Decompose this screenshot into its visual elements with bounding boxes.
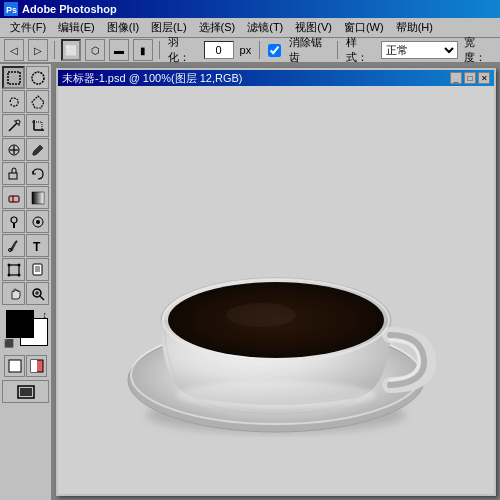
rect-marquee-tool[interactable]: [2, 66, 25, 89]
notes-tool[interactable]: [26, 258, 49, 281]
feather-label: 羽化：: [166, 35, 200, 65]
menu-edit[interactable]: 编辑(E): [52, 18, 101, 37]
tool-row-7: [2, 210, 49, 233]
menu-filter[interactable]: 滤镜(T): [241, 18, 289, 37]
doc-maximize-btn[interactable]: □: [464, 72, 476, 84]
default-colors-icon[interactable]: ⬛: [4, 339, 14, 348]
clone-stamp-tool[interactable]: [2, 162, 25, 185]
title-bar: Ps Adobe Photoshop: [0, 0, 500, 18]
antialias-checkbox[interactable]: [268, 44, 281, 57]
menu-file[interactable]: 文件(F): [4, 18, 52, 37]
svg-point-28: [17, 263, 20, 266]
document-canvas: [58, 86, 494, 494]
menu-image[interactable]: 图像(I): [101, 18, 145, 37]
magic-wand-tool[interactable]: [2, 114, 25, 137]
lasso-tool[interactable]: [2, 90, 25, 113]
svg-rect-31: [33, 264, 42, 275]
edit-standard-mode[interactable]: [4, 355, 25, 377]
svg-point-52: [176, 381, 376, 409]
sep1: [54, 41, 55, 59]
feather-input[interactable]: [204, 41, 234, 59]
menu-help[interactable]: 帮助(H): [390, 18, 439, 37]
tool-row-1: [2, 66, 49, 89]
horiz-select-opt[interactable]: ▬: [109, 39, 129, 61]
svg-point-30: [17, 273, 20, 276]
tool-row-2: [2, 90, 49, 113]
app-title: Adobe Photoshop: [22, 3, 117, 15]
mask-buttons: [4, 355, 47, 377]
svg-line-5: [9, 123, 17, 131]
feather-unit: px: [238, 44, 254, 56]
document-window: 未标器-1.psd @ 100%(图层 12,RGB) _ □ ✕: [56, 68, 496, 496]
color-swatches: ↕ ⬛: [4, 310, 47, 348]
svg-text:Ps: Ps: [6, 5, 17, 15]
tool-row-6: [2, 186, 49, 209]
svg-rect-41: [31, 360, 37, 372]
svg-point-23: [36, 220, 40, 224]
rect-select-opt[interactable]: ⬜: [61, 39, 81, 61]
ellipse-marquee-tool[interactable]: [26, 66, 49, 89]
document-controls: _ □ ✕: [450, 72, 490, 84]
brush-tool[interactable]: [26, 138, 49, 161]
zoom-tool[interactable]: [26, 282, 49, 305]
gradient-tool[interactable]: [26, 186, 49, 209]
screen-mode-tool[interactable]: [2, 380, 49, 403]
sharpen-tool[interactable]: [26, 210, 49, 233]
svg-point-3: [32, 72, 44, 84]
svg-rect-26: [9, 265, 19, 275]
eraser-tool[interactable]: [2, 186, 25, 209]
width-label: 宽度：: [462, 35, 496, 65]
healing-tool[interactable]: [2, 138, 25, 161]
dodge-tool[interactable]: [2, 210, 25, 233]
forward-btn[interactable]: ▷: [28, 39, 48, 61]
svg-rect-43: [20, 388, 32, 396]
vert-select-opt[interactable]: ▮: [133, 39, 153, 61]
history-brush-tool[interactable]: [26, 162, 49, 185]
doc-minimize-btn[interactable]: _: [450, 72, 462, 84]
document-title: 未标器-1.psd @ 100%(图层 12,RGB): [62, 71, 243, 86]
poly-lasso-tool[interactable]: [26, 90, 49, 113]
svg-rect-16: [9, 173, 17, 179]
svg-rect-2: [8, 72, 20, 84]
ellipse-select-opt[interactable]: ⬡: [85, 39, 105, 61]
sep2: [159, 41, 160, 59]
svg-point-27: [7, 263, 10, 266]
tool-row-8: T: [2, 234, 49, 257]
shape-tool[interactable]: [2, 258, 25, 281]
menu-bar: 文件(F) 编辑(E) 图像(I) 图层(L) 选择(S) 滤镜(T) 视图(V…: [0, 18, 500, 38]
main-area: T ↕ ⬛: [0, 64, 500, 500]
back-btn[interactable]: ◁: [4, 39, 24, 61]
svg-point-50: [226, 303, 296, 327]
doc-close-btn[interactable]: ✕: [478, 72, 490, 84]
canvas-area: 未标器-1.psd @ 100%(图层 12,RGB) _ □ ✕: [52, 64, 500, 500]
menu-select[interactable]: 选择(S): [193, 18, 242, 37]
toolbox: T ↕ ⬛: [0, 64, 52, 500]
tool-row-3: [2, 114, 49, 137]
tool-row-4: [2, 138, 49, 161]
hand-tool[interactable]: [2, 282, 25, 305]
crop-tool[interactable]: [26, 114, 49, 137]
style-select[interactable]: 正常 固定长宽比 固定大小: [381, 41, 458, 59]
type-tool[interactable]: T: [26, 234, 49, 257]
svg-rect-17: [9, 196, 19, 202]
screen-mode-row: [2, 380, 49, 403]
svg-point-20: [11, 217, 17, 223]
tool-row-5: [2, 162, 49, 185]
style-label: 样式：: [344, 35, 378, 65]
svg-point-29: [7, 273, 10, 276]
app-icon: Ps: [4, 2, 18, 16]
sep3: [259, 41, 260, 59]
svg-point-6: [16, 120, 20, 124]
pen-tool[interactable]: [2, 234, 25, 257]
sep4: [337, 41, 338, 59]
document-title-bar: 未标器-1.psd @ 100%(图层 12,RGB) _ □ ✕: [58, 70, 494, 86]
svg-rect-39: [9, 360, 21, 372]
tool-row-10: [2, 282, 49, 305]
antialias-label: 消除锯齿: [287, 35, 331, 65]
edit-quickmask-mode[interactable]: [26, 355, 47, 377]
foreground-color[interactable]: [6, 310, 34, 338]
svg-text:T: T: [33, 240, 41, 253]
swap-colors-icon[interactable]: ↕: [43, 310, 48, 320]
svg-line-36: [40, 296, 44, 300]
options-bar: ◁ ▷ ⬜ ⬡ ▬ ▮ 羽化： px 消除锯齿 样式： 正常 固定长宽比 固定大…: [0, 38, 500, 64]
